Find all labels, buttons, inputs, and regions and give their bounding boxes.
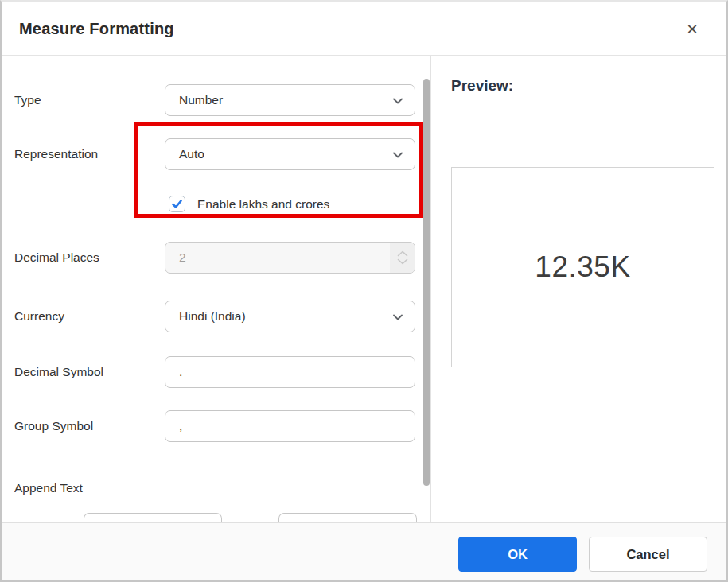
- dialog-footer: OK Cancel: [2, 522, 726, 580]
- group-symbol-label: Group Symbol: [14, 410, 93, 442]
- representation-label: Representation: [14, 138, 98, 170]
- enable-lakhs-label: Enable lakhs and crores: [197, 196, 329, 212]
- spinner-down-icon: [397, 258, 408, 265]
- preview-value: 12.35K: [535, 250, 630, 284]
- panel-divider: [430, 56, 431, 526]
- cancel-button[interactable]: Cancel: [589, 537, 707, 572]
- preview-heading: Preview:: [451, 77, 513, 95]
- enable-lakhs-checkbox[interactable]: [169, 196, 185, 212]
- decimal-places-input: [165, 242, 391, 273]
- decimal-symbol-input[interactable]: [165, 356, 415, 388]
- chevron-down-icon: [391, 149, 404, 165]
- chevron-down-icon: [391, 311, 404, 327]
- currency-dropdown-value: Hindi (India): [179, 309, 246, 324]
- currency-label: Currency: [14, 301, 64, 332]
- decimal-symbol-label: Decimal Symbol: [14, 356, 103, 388]
- preview-box: 12.35K: [451, 167, 714, 367]
- measure-formatting-dialog: Measure Formatting ✕ Type Number Represe…: [0, 0, 728, 582]
- currency-dropdown[interactable]: Hindi (India): [165, 301, 415, 332]
- scrollbar-thumb[interactable]: [423, 79, 430, 486]
- dialog-header: Measure Formatting ✕: [2, 2, 726, 56]
- type-dropdown-value: Number: [179, 93, 223, 107]
- checkmark-icon: [171, 198, 183, 210]
- group-symbol-input[interactable]: [165, 410, 415, 442]
- spinner-up-icon: [397, 250, 408, 257]
- close-icon[interactable]: ✕: [682, 19, 703, 40]
- spinner-controls: [390, 242, 415, 273]
- chevron-down-icon: [391, 95, 404, 111]
- type-dropdown[interactable]: Number: [165, 84, 415, 116]
- representation-dropdown-value: Auto: [179, 147, 204, 161]
- decimal-places-label: Decimal Places: [14, 242, 99, 274]
- dialog-title: Measure Formatting: [19, 2, 174, 56]
- decimal-places-stepper: [165, 242, 415, 274]
- ok-button[interactable]: OK: [458, 537, 577, 572]
- representation-dropdown[interactable]: Auto: [165, 138, 415, 170]
- append-text-label: Append Text: [14, 472, 83, 504]
- type-label: Type: [14, 84, 41, 116]
